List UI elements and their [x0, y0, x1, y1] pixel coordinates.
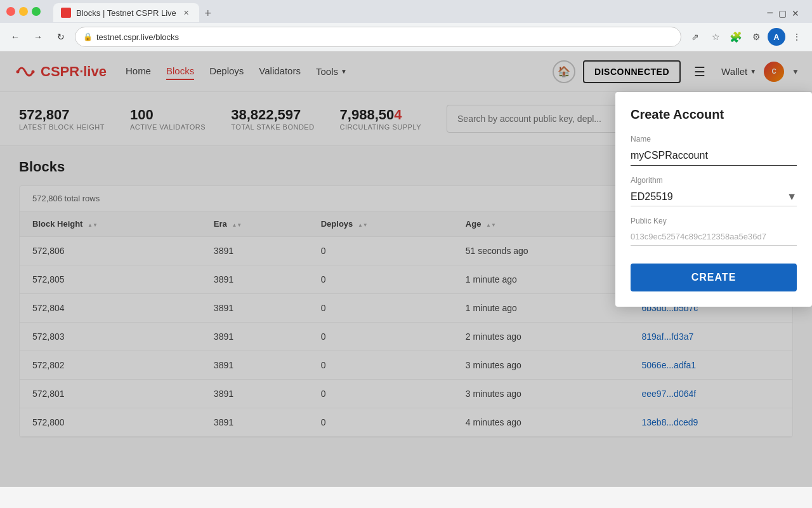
public-key-input — [631, 228, 797, 246]
extension-icon[interactable]: 🧩 — [727, 28, 745, 46]
algorithm-select[interactable]: ED25519 SECP256K1 — [631, 187, 797, 206]
settings-icon[interactable]: ⚙ — [747, 28, 765, 46]
name-input[interactable] — [631, 146, 797, 166]
forward-button[interactable]: → — [29, 28, 47, 46]
back-button[interactable]: ← — [6, 28, 24, 46]
browser-toolbar: ← → ↻ 🔒 testnet.cspr.live/blocks ⇗ ☆ 🧩 ⚙… — [0, 23, 812, 51]
window-max-button[interactable]: ▢ — [778, 8, 787, 18]
address-bar[interactable]: 🔒 testnet.cspr.live/blocks — [75, 27, 681, 47]
user-avatar[interactable]: A — [768, 28, 785, 46]
public-key-label: Public Key — [631, 217, 797, 225]
algorithm-label: Algorithm — [631, 176, 797, 185]
lock-icon: 🔒 — [83, 32, 93, 41]
app-container: CSPR·live Home Blocks Deploys Validators… — [0, 51, 812, 487]
refresh-button[interactable]: ↻ — [52, 28, 70, 46]
menu-icon[interactable]: ⋮ — [788, 28, 806, 46]
active-tab[interactable]: Blocks | Testnet CSPR Live ✕ — [53, 3, 199, 22]
browser-titlebar: Blocks | Testnet CSPR Live ✕ + − ▢ ✕ — [0, 0, 812, 23]
public-key-form-group: Public Key — [631, 217, 797, 246]
new-tab-button[interactable]: + — [199, 4, 217, 22]
create-account-panel: Create Account Name Algorithm ED25519 SE… — [615, 92, 812, 307]
tab-title: Blocks | Testnet CSPR Live — [76, 8, 176, 18]
name-form-group: Name — [631, 135, 797, 166]
tab-favicon — [61, 8, 71, 18]
window-close-button[interactable]: ✕ — [792, 8, 799, 18]
panel-title: Create Account — [631, 107, 797, 122]
bookmark-icon[interactable]: ☆ — [707, 28, 724, 46]
tab-close-button[interactable]: ✕ — [181, 8, 192, 18]
algorithm-form-group: Algorithm ED25519 SECP256K1 ▼ — [631, 176, 797, 206]
tab-bar: Blocks | Testnet CSPR Live ✕ + − ▢ ✕ — [47, 1, 806, 22]
browser-controls — [6, 7, 41, 16]
cast-icon[interactable]: ⇗ — [686, 28, 704, 46]
browser-chrome: Blocks | Testnet CSPR Live ✕ + − ▢ ✕ ← →… — [0, 0, 812, 51]
window-min-button[interactable]: − — [766, 6, 773, 20]
address-text: testnet.cspr.live/blocks — [96, 32, 673, 42]
name-label: Name — [631, 135, 797, 144]
algorithm-select-wrapper: ED25519 SECP256K1 ▼ — [631, 187, 797, 206]
create-account-button[interactable]: CREATE — [631, 264, 797, 291]
toolbar-icons: ⇗ ☆ 🧩 ⚙ A ⋮ — [686, 28, 806, 46]
